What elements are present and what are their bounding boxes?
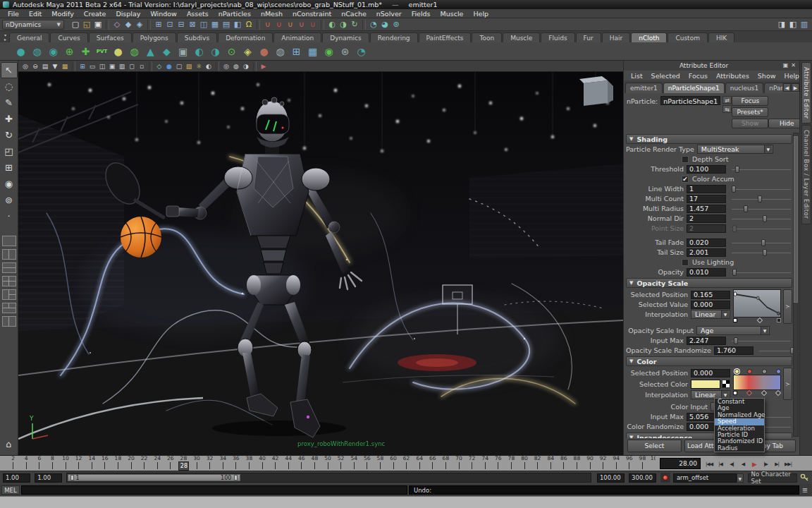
xray-icon[interactable]: ◍ [231, 61, 241, 71]
frame-tick[interactable]: 52 [334, 456, 348, 469]
color-checker-icon[interactable] [722, 380, 730, 388]
ipr-render-icon[interactable]: ◕ [379, 19, 390, 30]
paint-select-tool-icon[interactable]: ✎ [1, 95, 18, 111]
shelf-icon[interactable]: ◉ [321, 43, 337, 59]
image-plane-icon[interactable]: ▦ [60, 61, 70, 71]
frame-tick[interactable]: 84 [543, 456, 558, 469]
show-manipulator-icon[interactable]: ⊚ [1, 192, 18, 208]
ramp-handle-red[interactable] [747, 369, 752, 374]
lasso-tool-icon[interactable]: ◌ [1, 78, 18, 95]
step-back-frame-button[interactable]: |◀ [715, 459, 726, 470]
mask-surfaces-icon[interactable]: ⊠ [187, 19, 198, 30]
character-field[interactable]: arm_offset [673, 473, 737, 483]
frame-tick[interactable]: 6 [32, 456, 47, 469]
render-current-frame-icon[interactable]: ◔ [368, 19, 379, 30]
grid-icon[interactable]: ⊞ [78, 61, 87, 71]
ae-menu-attributes[interactable]: Attributes [712, 72, 753, 80]
ramp-handle-blue[interactable] [776, 369, 781, 374]
playback-start-field[interactable]: 1.00 [35, 473, 62, 483]
shelf-icon[interactable]: ◉ [45, 43, 61, 59]
opacity-scale-input-dropdown[interactable]: Age▼ [696, 326, 770, 335]
camera-attributes-icon[interactable]: ▤ [40, 61, 50, 71]
range-start-handle[interactable] [70, 475, 74, 480]
particle-render-type-dropdown[interactable]: MultiStreak ▼ [697, 145, 773, 154]
show-button[interactable]: Show [732, 119, 768, 128]
shelf-tab-ncloth[interactable]: nCloth [631, 32, 667, 42]
layout-three-panes-bottom-button[interactable] [2, 303, 16, 313]
frame-tick[interactable]: 70 [452, 456, 466, 469]
os-selected-position-field[interactable]: 0.165 [691, 291, 730, 299]
make-live-icon[interactable]: ∪ [307, 19, 319, 30]
color-selected-position-field[interactable]: 0.000 [691, 369, 730, 377]
tool-settings-icon[interactable]: ⌂ [1, 436, 18, 452]
frame-tick[interactable]: 20 [124, 456, 138, 469]
scene-render-icon[interactable]: ▶ [259, 61, 269, 71]
frame-tick[interactable]: 94 [609, 456, 623, 469]
line-width-slider[interactable] [730, 185, 792, 193]
pin-node-icon[interactable]: ⇄ [722, 96, 732, 104]
menu-muscle[interactable]: Muscle [436, 9, 469, 18]
snap-to-curves-icon[interactable]: ∪ [273, 19, 285, 30]
color-gradient-bar[interactable] [733, 375, 781, 390]
menu-ncache[interactable]: nCache [336, 9, 371, 18]
layout-two-panes-stacked-button[interactable] [2, 262, 16, 273]
current-time-field[interactable]: 28.00 [660, 458, 701, 469]
tail-size-slider[interactable] [730, 248, 792, 257]
frame-tick[interactable]: 100 [648, 456, 656, 469]
frame-tick[interactable]: 78 [504, 456, 518, 469]
threshold-field[interactable]: 0.100 [687, 165, 726, 174]
tab-attribute-editor[interactable]: Attribute Editor [801, 62, 811, 123]
frame-tick[interactable]: 58 [373, 456, 387, 469]
tail-size-field[interactable]: 2.001 [687, 248, 726, 257]
shelf-icon[interactable]: ◍ [126, 43, 142, 59]
frame-tick[interactable]: 4 [19, 456, 33, 469]
snap-to-grids-icon[interactable]: ∪ [262, 19, 273, 30]
gate-mask-icon[interactable]: ▣ [107, 61, 117, 71]
layout-three-panes-left-button[interactable] [2, 289, 16, 300]
shelf-icon[interactable]: ⊕ [61, 43, 78, 59]
select-by-component-icon[interactable]: ◈ [134, 19, 145, 30]
safe-action-icon[interactable]: ◻ [127, 61, 137, 71]
frame-tick[interactable]: 66 [426, 456, 440, 469]
mask-deformations-icon[interactable]: ◫ [198, 19, 209, 30]
frame-tick[interactable]: 2 [6, 456, 20, 469]
frame-tick[interactable]: 56 [360, 456, 374, 469]
shelf-icon[interactable]: ● [256, 43, 272, 59]
os-input-max-field[interactable]: 2.247 [687, 337, 726, 345]
ae-menu-show[interactable]: Show [753, 72, 780, 80]
line-width-field[interactable]: 1 [687, 185, 726, 193]
shelf-icon[interactable]: ◍ [29, 43, 45, 59]
shelf-tab-animation[interactable]: Animation [273, 32, 321, 42]
isolate-select-icon[interactable]: ◎ [221, 61, 231, 71]
field-chart-icon[interactable]: ▥ [117, 61, 127, 71]
shelf-tab-general[interactable]: General [9, 32, 49, 42]
title-bar[interactable]: Autodesk Maya 2011 Beta 2 x64 - Trial Ve… [0, 0, 812, 9]
exposure-icon[interactable]: ◑ [241, 61, 251, 71]
shelf-tab-surfaces[interactable]: Surfaces [89, 32, 132, 42]
frame-tick[interactable]: 82 [531, 456, 545, 469]
current-frame-marker[interactable]: 28 [178, 461, 189, 471]
tail-fade-field[interactable]: 0.020 [687, 238, 726, 247]
menu-fields[interactable]: Fields [407, 9, 436, 18]
new-scene-icon[interactable]: ▢ [70, 19, 81, 30]
go-to-end-button[interactable]: ▶▶| [782, 459, 794, 470]
tab-scroll-right-icon[interactable]: ▶ [792, 83, 799, 92]
play-backwards-button[interactable]: ◀ [737, 459, 749, 470]
frame-tick[interactable]: 76 [491, 456, 505, 469]
frame-ticks[interactable]: 2468101214161820222426283032343638404244… [0, 456, 656, 471]
shelf-icon[interactable]: PVT [94, 43, 110, 59]
layout-four-panes-button[interactable] [2, 276, 16, 286]
frame-tick[interactable]: 98 [635, 456, 649, 469]
lights-icon[interactable]: ☼ [194, 61, 204, 71]
os-interpolation-dropdown[interactable]: Linear▼ [691, 310, 730, 319]
frame-tick[interactable]: 72 [465, 456, 479, 469]
shelf-tab-fluids[interactable]: Fluids [541, 32, 574, 42]
select-tool-icon[interactable]: ↖ [1, 62, 18, 78]
tab-scroll-left-icon[interactable]: ◀ [783, 83, 791, 92]
presets-button[interactable]: Presets* [732, 107, 768, 117]
frame-tick[interactable]: 18 [111, 456, 125, 469]
frame-tick[interactable]: 16 [98, 456, 112, 469]
shelf-icon[interactable]: ◑ [207, 43, 223, 59]
frame-tick[interactable]: 96 [622, 456, 636, 469]
auto-keyframe-button[interactable] [660, 473, 670, 483]
